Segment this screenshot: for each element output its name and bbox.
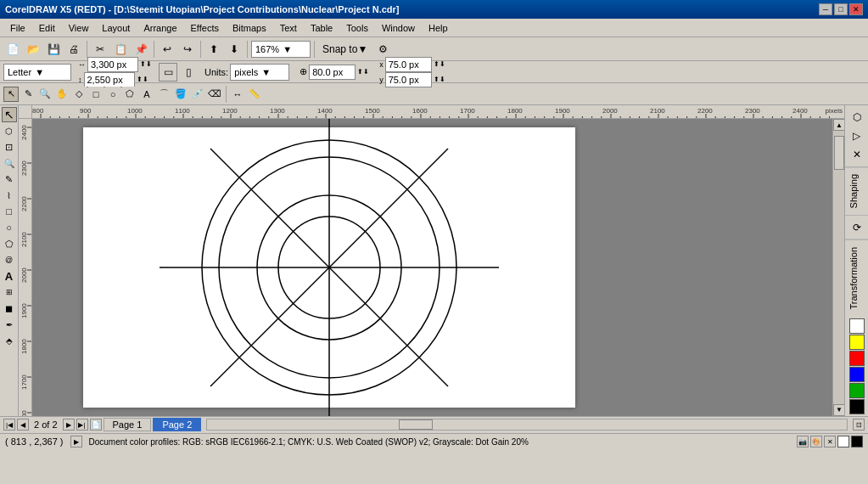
right-icon-2[interactable]: ▷ [848, 127, 865, 144]
zoom-fit-button[interactable]: ⊡ [853, 419, 865, 431]
ellipse-tool[interactable]: ○ [105, 87, 120, 102]
height-arrows[interactable]: ⬆⬇ [137, 76, 148, 83]
polygon-tool[interactable]: ⬠ [122, 87, 137, 102]
spiral-side[interactable]: @ [2, 252, 17, 267]
polygon-side[interactable]: ⬠ [2, 236, 17, 251]
scale-arrows[interactable]: ⬆⬇ [357, 68, 369, 76]
canvas-viewport[interactable] [32, 119, 844, 416]
menu-table[interactable]: Table [304, 21, 339, 35]
x-input[interactable]: 75.0 px [385, 57, 432, 72]
units-dropdown[interactable]: pixels ▼ [230, 64, 289, 81]
right-icon-1[interactable]: ⬡ [848, 109, 865, 126]
zoom-tool[interactable]: 🔍 [37, 87, 53, 102]
print-button[interactable]: 🖨 [64, 40, 83, 59]
swatch-black[interactable] [849, 399, 865, 414]
play-button[interactable]: ▶ [70, 436, 82, 447]
export-button[interactable]: ⬇ [225, 40, 244, 59]
portrait-button[interactable]: ▭ [159, 63, 177, 82]
prev-page-button[interactable]: ◀ [17, 419, 29, 431]
fill-swatch[interactable] [837, 436, 849, 447]
table-side[interactable]: ⊞ [2, 284, 17, 300]
eraser-tool[interactable]: ⌫ [207, 87, 222, 102]
swatch-white[interactable] [849, 318, 865, 334]
eyedropper-tool[interactable]: 💉 [190, 87, 205, 102]
next-page-button[interactable]: ▶ [63, 419, 75, 431]
width-arrows[interactable]: ⬆⬇ [140, 60, 152, 68]
smart-draw-side[interactable]: ⌇ [2, 188, 17, 203]
y-input[interactable]: 75.0 px [385, 72, 432, 87]
swatch-red[interactable] [849, 351, 865, 366]
swatch-blue[interactable] [849, 367, 865, 382]
transformation-tab[interactable]: Transformation [845, 239, 868, 317]
menu-tools[interactable]: Tools [339, 21, 375, 35]
zoom-dropdown-icon[interactable]: ▼ [283, 44, 292, 54]
new-button[interactable]: 📄 [3, 40, 22, 59]
fill-side[interactable]: ◼ [2, 301, 17, 316]
eyedropper-side[interactable]: ✒ [2, 317, 17, 332]
menu-arrange[interactable]: Arrange [137, 21, 183, 35]
add-page-button[interactable]: 📄 [90, 419, 102, 431]
menu-edit[interactable]: Edit [32, 21, 62, 35]
page2-tab[interactable]: Page 2 [153, 418, 201, 431]
units-icon[interactable]: ▼ [261, 67, 271, 77]
swatch-green[interactable] [849, 383, 865, 398]
ellipse-side[interactable]: ○ [2, 220, 17, 235]
zoom-box[interactable]: 167% ▼ [251, 41, 311, 58]
page-size-icon[interactable]: ▼ [35, 67, 44, 77]
node-tool-side[interactable]: ⬡ [2, 123, 17, 138]
first-page-button[interactable]: |◀ [3, 419, 15, 431]
rectangle-tool[interactable]: □ [88, 87, 104, 102]
minimize-button[interactable]: ─ [819, 3, 832, 15]
import-button[interactable]: ⬆ [204, 40, 223, 59]
fill-tool[interactable]: 🪣 [173, 87, 188, 102]
text-tool-side[interactable]: A [2, 268, 17, 284]
last-page-button[interactable]: ▶| [76, 419, 88, 431]
undo-button[interactable]: ↩ [158, 40, 176, 59]
width-input[interactable]: 3,300 px [87, 57, 138, 72]
zoom-tool-side[interactable]: 🔍 [2, 155, 17, 171]
window-controls[interactable]: ─ □ ✕ [819, 3, 863, 15]
crop-tool-side[interactable]: ⊡ [2, 139, 17, 155]
measure-tool[interactable]: 📏 [247, 87, 262, 102]
menu-effects[interactable]: Effects [184, 21, 226, 35]
page1-tab[interactable]: Page 1 [104, 418, 152, 431]
right-icon-3[interactable]: ⟳ [848, 219, 865, 236]
options-button[interactable]: ⚙ [373, 40, 392, 59]
select-tool-side[interactable]: ↖ [2, 107, 17, 122]
hscroll-thumb[interactable] [399, 419, 433, 430]
menu-file[interactable]: File [3, 21, 32, 35]
scroll-down-arrow[interactable]: ▼ [833, 404, 844, 416]
vscrollbar[interactable]: ▲ ▼ [832, 119, 844, 416]
bezier-tool[interactable]: ⌒ [156, 87, 171, 102]
pan-tool[interactable]: ✋ [54, 87, 70, 102]
menu-help[interactable]: Help [422, 21, 455, 35]
status-close-icon[interactable]: ✕ [824, 436, 836, 447]
close-button[interactable]: ✕ [849, 3, 863, 15]
menu-layout[interactable]: Layout [95, 21, 137, 35]
freehand-side[interactable]: ✎ [2, 172, 17, 187]
maximize-button[interactable]: □ [834, 3, 848, 15]
open-button[interactable]: 📂 [24, 40, 42, 59]
paste-button[interactable]: 📌 [132, 40, 150, 59]
freehand-tool[interactable]: ✎ [20, 87, 36, 102]
main-canvas[interactable] [32, 119, 844, 416]
status-color-icon[interactable]: 🎨 [810, 436, 822, 447]
save-button[interactable]: 💾 [44, 40, 63, 59]
scroll-up-arrow[interactable]: ▲ [833, 119, 844, 131]
status-camera-icon[interactable]: 📷 [797, 436, 809, 447]
scale-input[interactable]: 80.0 px [309, 65, 356, 80]
height-input[interactable]: 2,550 px [84, 72, 135, 87]
text-tool[interactable]: A [139, 87, 154, 102]
right-icon-x[interactable]: ✕ [848, 146, 865, 163]
landscape-button[interactable]: ▯ [179, 63, 198, 82]
select-tool[interactable]: ↖ [3, 87, 19, 102]
menu-text[interactable]: Text [273, 21, 304, 35]
rect-side[interactable]: □ [2, 204, 17, 219]
menu-window[interactable]: Window [375, 21, 422, 35]
stroke-swatch[interactable] [851, 436, 863, 447]
x-arrows[interactable]: ⬆⬇ [434, 60, 445, 68]
hscrollbar[interactable] [206, 419, 848, 431]
menu-bitmaps[interactable]: Bitmaps [226, 21, 273, 35]
cut-button[interactable]: ✂ [91, 40, 109, 59]
shape-tool[interactable]: ◇ [71, 87, 87, 102]
